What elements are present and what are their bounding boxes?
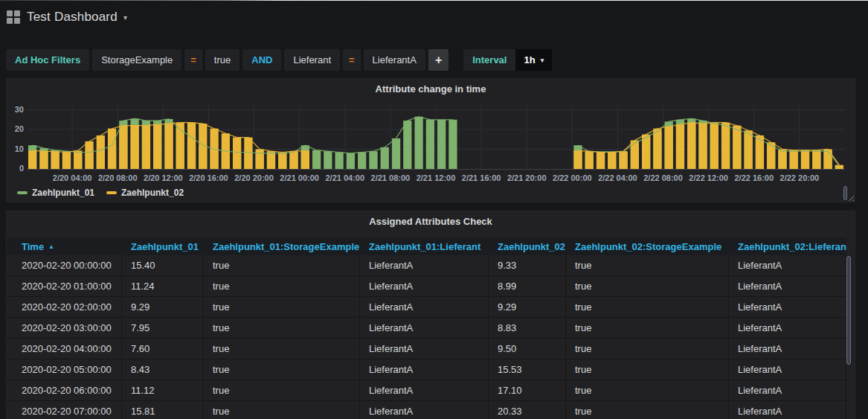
table-panel-title[interactable]: Assigned Attributes Check	[7, 216, 855, 227]
interval-select[interactable]: 1h ▾	[515, 49, 552, 71]
table-cell: true	[566, 297, 729, 317]
table-cell: 2020-02-20 00:00:00	[7, 255, 122, 275]
table-cell: true	[204, 380, 360, 400]
filter-chip[interactable]: true	[205, 49, 239, 71]
table-cell: true	[204, 401, 360, 419]
chevron-down-icon: ▾	[541, 57, 544, 64]
chevron-down-icon[interactable]: ▾	[123, 13, 127, 22]
filter-chip[interactable]: AND	[242, 49, 281, 71]
table-cell: true	[566, 359, 729, 380]
chart-panel-title[interactable]: Attribute change in time	[7, 83, 855, 95]
table-cell: true	[204, 359, 360, 380]
table-cell: LieferantA	[360, 359, 489, 380]
table-cell: LieferantA	[729, 339, 846, 359]
y-tick-label: 30	[7, 105, 24, 114]
legend-color-dash	[17, 191, 28, 194]
column-label: Zaehlpunkt_01:Lieferant	[369, 241, 480, 252]
table-scrollbar[interactable]	[846, 256, 851, 365]
legend-color-dash	[106, 191, 117, 194]
adhoc-filters-label: Ad Hoc Filters	[6, 49, 89, 71]
panel-resize-handle[interactable]	[847, 194, 854, 201]
table-cell: 2020-02-20 03:00:00	[7, 318, 122, 338]
sort-asc-icon: ▲	[48, 243, 54, 250]
table-cell: true	[204, 255, 360, 275]
table-cell: 2020-02-20 07:00:00	[7, 401, 122, 419]
filter-chip[interactable]: =	[343, 49, 361, 71]
table-cell: 11.12	[122, 380, 204, 400]
table-cell: 15.81	[122, 401, 204, 419]
table-body: 2020-02-20 00:00:0015.40trueLieferantA9.…	[7, 255, 846, 419]
table-row: 2020-02-20 02:00:009.29trueLieferantA9.2…	[7, 297, 846, 318]
add-filter-button[interactable]: +	[428, 49, 449, 71]
table-cell: LieferantA	[360, 401, 489, 419]
column-label: Zaehlpunkt_02:StorageExample	[575, 241, 721, 252]
table-cell: LieferantA	[360, 276, 489, 296]
table-cell: LieferantA	[729, 255, 846, 275]
table-cell: true	[204, 276, 360, 296]
table-row: 2020-02-20 05:00:008.43trueLieferantA15.…	[7, 359, 846, 380]
table-header-cell[interactable]: Time▲	[7, 237, 122, 255]
chart-plot[interactable]	[27, 103, 845, 172]
dashboard-title[interactable]: Test Dashboard	[27, 10, 118, 25]
table-cell: 9.33	[489, 255, 566, 275]
table-header-row: Time▲Zaehlpunkt_01Zaehlpunkt_01:StorageE…	[7, 237, 846, 255]
interval-label: Interval	[463, 49, 515, 71]
table-panel: Assigned Attributes Check Time▲Zaehlpunk…	[6, 211, 855, 419]
interval-group: Interval 1h ▾	[463, 49, 552, 71]
filter-chip[interactable]: LieferantA	[364, 49, 425, 71]
table-cell: true	[566, 339, 729, 359]
table-cell: LieferantA	[729, 318, 846, 338]
y-tick-label: 10	[7, 144, 24, 153]
table-row: 2020-02-20 04:00:007.60trueLieferantA9.5…	[7, 339, 846, 359]
table-cell: 17.10	[489, 380, 566, 400]
table-cell: 9.50	[489, 339, 566, 359]
table-cell: true	[566, 318, 729, 338]
table-cell: 20.33	[489, 401, 566, 419]
table-header-cell[interactable]: Zaehlpunkt_01	[122, 237, 204, 255]
table-cell: 8.99	[489, 276, 566, 296]
legend-label: Zaehlpunkt_02	[121, 188, 184, 198]
attributes-table: Time▲Zaehlpunkt_01Zaehlpunkt_01:StorageE…	[7, 237, 846, 419]
filter-row: Ad Hoc Filters StorageExample=trueANDLie…	[6, 49, 552, 71]
table-row: 2020-02-20 03:00:007.95trueLieferantA8.8…	[7, 318, 846, 339]
y-tick-label: 20	[7, 124, 24, 133]
chart-panel: Attribute change in time 0102030 2/20 04…	[6, 78, 855, 202]
table-cell: 7.60	[122, 339, 204, 359]
x-tick-label: 2/22 20:00	[768, 173, 831, 182]
filter-chip[interactable]: =	[184, 49, 202, 71]
legend-item[interactable]: Zaehlpunkt_02	[106, 188, 184, 198]
column-label: Zaehlpunkt_01:StorageExample	[213, 241, 359, 252]
legend-item[interactable]: Zaehlpunkt_01	[17, 188, 94, 198]
filter-chip[interactable]: Lieferant	[284, 49, 340, 71]
table-header-cell[interactable]: Zaehlpunkt_02	[489, 237, 566, 255]
column-label: Zaehlpunkt_01	[131, 241, 199, 252]
table-cell: 2020-02-20 04:00:00	[7, 339, 122, 359]
table-cell: true	[566, 276, 729, 296]
table-cell: 15.53	[489, 359, 566, 380]
dashboard-header: Test Dashboard ▾	[0, 0, 868, 34]
table-cell: true	[204, 318, 360, 338]
table-cell: LieferantA	[360, 380, 489, 400]
legend-label: Zaehlpunkt_01	[32, 188, 94, 198]
table-header-cell[interactable]: Zaehlpunkt_01:StorageExample	[204, 237, 360, 255]
table-cell: LieferantA	[360, 318, 489, 338]
table-header-cell[interactable]: Zaehlpunkt_02:StorageExample	[566, 237, 729, 255]
table-row: 2020-02-20 01:00:0011.24trueLieferantA8.…	[7, 276, 846, 297]
filter-chips: StorageExample=trueANDLieferant=Lieferan…	[92, 49, 428, 71]
table-cell: LieferantA	[729, 297, 846, 317]
table-cell: LieferantA	[360, 255, 489, 275]
filter-chip[interactable]: StorageExample	[92, 49, 181, 71]
table-cell: LieferantA	[729, 359, 846, 380]
table-cell: 2020-02-20 06:00:00	[7, 380, 122, 400]
apps-grid-icon[interactable]	[7, 10, 20, 24]
chart-legend: Zaehlpunkt_01Zaehlpunkt_02	[17, 188, 184, 198]
table-cell: true	[566, 255, 729, 275]
table-cell: true	[566, 380, 729, 400]
table-cell: LieferantA	[360, 297, 489, 317]
table-cell: 2020-02-20 05:00:00	[7, 359, 122, 380]
interval-value: 1h	[524, 54, 535, 65]
table-cell: 9.29	[489, 297, 566, 317]
table-header-cell[interactable]: Zaehlpunkt_01:Lieferant	[360, 237, 489, 255]
table-header-cell[interactable]: Zaehlpunkt_02:Lieferant	[729, 237, 846, 255]
table-cell: 11.24	[122, 276, 204, 296]
